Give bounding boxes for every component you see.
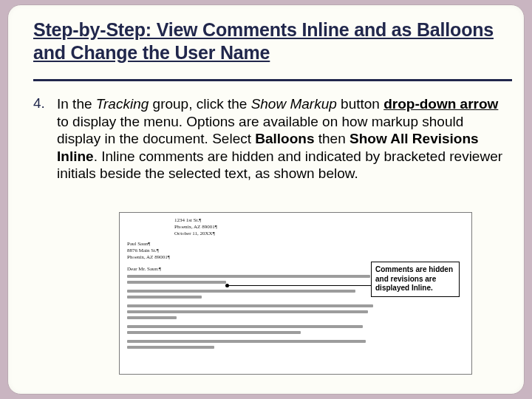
addr-line: October 11, 20XX¶ <box>174 231 217 237</box>
t: . Inline comments are hidden and indicat… <box>57 149 502 182</box>
show-markup-word: Show Markup <box>251 96 337 112</box>
addr-line: Phoenix, AZ 89001¶ <box>127 254 170 261</box>
greeting-line: Dear Mr. Saun:¶ <box>127 266 161 272</box>
t: In the <box>57 96 96 112</box>
t: button <box>337 96 383 112</box>
addr-line: Paul Saun¶ <box>127 241 170 248</box>
sender-address: 1234 1st St.¶ Phoenix, AZ 89001¶ October… <box>174 217 217 236</box>
slide-frame: Step-by-Step: View Comments Inline and a… <box>7 4 525 395</box>
balloons-word: Balloons <box>255 131 314 146</box>
document-preview: 1234 1st St.¶ Phoenix, AZ 89001¶ October… <box>119 212 472 375</box>
recipient-address: Paul Saun¶ 8876 Main St.¶ Phoenix, AZ 89… <box>127 241 170 260</box>
dropdown-words: drop-down arrow <box>383 96 498 112</box>
addr-line: Phoenix, AZ 89001¶ <box>174 224 217 231</box>
t: group, click the <box>149 96 250 112</box>
heading-rule <box>33 79 512 81</box>
page-title: Step-by-Step: View Comments Inline and a… <box>33 18 506 64</box>
step-number: 4. <box>33 95 45 112</box>
callout-leader-line <box>229 285 377 286</box>
body-lines <box>127 275 375 352</box>
callout-text: Comments are hidden and revisions are di… <box>375 265 453 292</box>
callout-box: Comments are hidden and revisions are di… <box>371 262 460 297</box>
document-inner: 1234 1st St.¶ Phoenix, AZ 89001¶ October… <box>127 217 464 368</box>
t: then <box>315 131 350 146</box>
addr-line: 1234 1st St.¶ <box>174 217 217 224</box>
step-text: In the Tracking group, click the Show Ma… <box>57 95 508 183</box>
addr-line: 8876 Main St.¶ <box>127 248 170 254</box>
tracking-word: Tracking <box>96 96 149 112</box>
